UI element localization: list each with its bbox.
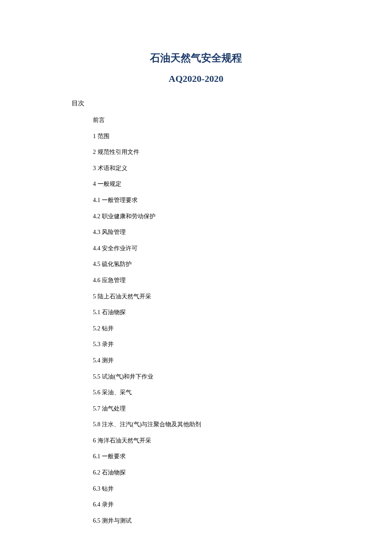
toc-item: 前言 — [93, 116, 354, 124]
toc-item: 5.1 石油物探 — [93, 308, 354, 317]
toc-item: 4.4 安全作业许可 — [93, 244, 354, 253]
toc-item: 5.2 钻井 — [93, 324, 354, 333]
toc-list: 前言 1 范围 2 规范性引用文件 3 术语和定义 4 一般规定 4.1 一般管… — [93, 116, 354, 525]
toc-item: 6.5 测井与测试 — [93, 517, 354, 525]
toc-item: 6.2 石油物探 — [93, 468, 354, 477]
toc-item: 6.4 录井 — [93, 500, 354, 509]
toc-item: 2 规范性引用文件 — [93, 148, 354, 156]
toc-item: 5 陆上石油天然气开采 — [93, 292, 354, 301]
toc-item: 5.4 测井 — [93, 356, 354, 365]
toc-item: 4.6 应急管理 — [93, 276, 354, 285]
document-title-sub: AQ2020-2020 — [38, 73, 354, 84]
document-title-main: 石油天然气安全规程 — [38, 51, 354, 65]
toc-item: 3 术语和定义 — [93, 164, 354, 173]
toc-item: 4 一般规定 — [93, 180, 354, 188]
toc-item: 6.1 一般要求 — [93, 452, 354, 461]
toc-item: 5.6 采油、采气 — [93, 388, 354, 397]
toc-item: 4.5 硫化氢防护 — [93, 260, 354, 269]
toc-item: 5.5 试油(气)和井下作业 — [93, 373, 354, 381]
toc-item: 1 范围 — [93, 132, 354, 141]
toc-item: 4.2 职业健康和劳动保护 — [93, 212, 354, 221]
toc-item: 5.3 录井 — [93, 340, 354, 349]
toc-item: 5.8 注水、注汽(气)与注聚合物及其他助剂 — [93, 420, 354, 429]
toc-label: 目次 — [72, 99, 354, 107]
toc-item: 5.7 油气处理 — [93, 405, 354, 413]
toc-item: 6.3 钻井 — [93, 485, 354, 493]
toc-item: 4.1 一般管理要求 — [93, 196, 354, 205]
toc-item: 4.3 风险管理 — [93, 228, 354, 237]
toc-item: 6 海洋石油天然气开采 — [93, 436, 354, 445]
